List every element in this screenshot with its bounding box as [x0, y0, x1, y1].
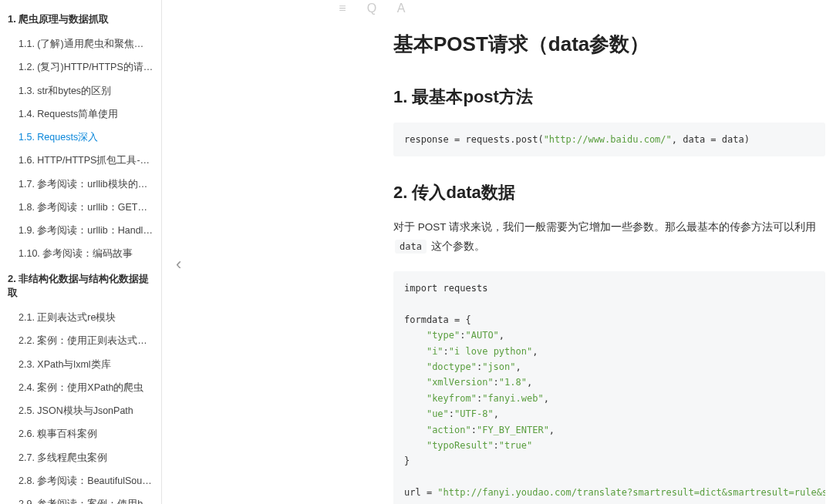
sidebar-item[interactable]: 2.8. 参考阅读：BeautifulSoup4 … [0, 469, 161, 492]
sidebar-item[interactable]: 1.8. 参考阅读：urllib：GET请求… [0, 196, 161, 219]
code-block-2: import requests formdata = { "type":"AUT… [393, 271, 825, 504]
sidebar-item[interactable]: 1.4. Requests简单使用 [0, 102, 161, 126]
sidebar-item[interactable]: 1.1. (了解)通用爬虫和聚焦爬虫 [0, 32, 161, 55]
sidebar-item[interactable]: 2.9. 参考阅读：案例：使用bs4的… [0, 492, 161, 504]
sidebar-item[interactable]: 1.3. str和bytes的区别 [0, 79, 161, 102]
search-icon[interactable]: Q [365, 2, 379, 15]
sidebar-item[interactable]: 1.10. 参考阅读：编码故事 [0, 242, 161, 265]
chapter-2[interactable]: 2. 非结构化数据与结构化数据提取 [0, 266, 161, 306]
paragraph: 对于 POST 请求来说，我们一般需要为它增加一些参数。那么最基本的传参方法可以… [393, 218, 825, 256]
chapter-1[interactable]: 1. 爬虫原理与数据抓取 [0, 6, 161, 32]
page-title: 基本POST请求（data参数） [393, 31, 825, 58]
sidebar-item[interactable]: 1.6. HTTP/HTTPS抓包工具-Fiddler [0, 149, 161, 172]
main-content: ≡ Q A ‹ 基本POST请求（data参数） 1. 最基本post方法 re… [162, 0, 833, 504]
sidebar-item[interactable]: 2.1. 正则表达式re模块 [0, 306, 161, 329]
sidebar-item[interactable]: 1.7. 参考阅读：urllib模块的基本… [0, 173, 161, 196]
sidebar-item[interactable]: 2.5. JSON模块与JsonPath [0, 399, 161, 422]
code-block-1: response = requests.post("http://www.bai… [393, 123, 825, 156]
section-1-heading: 1. 最基本post方法 [393, 86, 825, 109]
sidebar-item[interactable]: 1.9. 参考阅读：urllib：Handler处… [0, 219, 161, 242]
font-icon[interactable]: A [394, 2, 408, 15]
toolbar: ≡ Q A [336, 2, 408, 15]
section-2-heading: 2. 传入data数据 [393, 181, 825, 204]
sidebar-item[interactable]: 2.2. 案例：使用正则表达式的爬虫 [0, 329, 161, 352]
inline-code: data [395, 240, 427, 254]
sidebar-item[interactable]: 2.3. XPath与lxml类库 [0, 353, 161, 376]
sidebar-item-active[interactable]: 1.5. Requests深入 [0, 126, 161, 149]
sidebar-item[interactable]: 1.2. (复习)HTTP/HTTPS的请求与… [0, 55, 161, 79]
sidebar-item[interactable]: 2.6. 糗事百科案例 [0, 422, 161, 445]
menu-icon[interactable]: ≡ [336, 2, 349, 15]
sidebar-nav: 1. 爬虫原理与数据抓取 1.1. (了解)通用爬虫和聚焦爬虫 1.2. (复习… [0, 0, 162, 504]
prev-page-arrow[interactable]: ‹ [176, 254, 181, 274]
sidebar-item[interactable]: 2.4. 案例：使用XPath的爬虫 [0, 376, 161, 399]
sidebar-item[interactable]: 2.7. 多线程爬虫案例 [0, 446, 161, 469]
